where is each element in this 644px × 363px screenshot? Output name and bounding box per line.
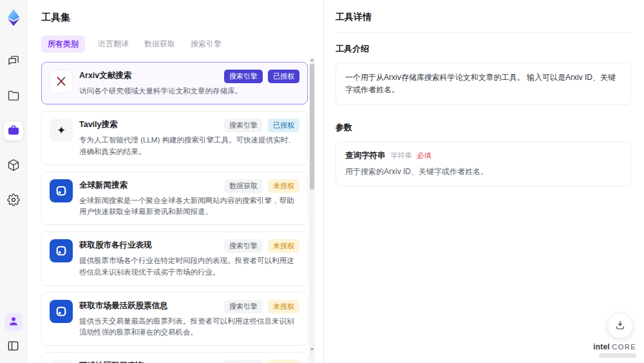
scrollbar[interactable]: ▲ ▼ (309, 57, 315, 363)
q-news-icon (50, 239, 73, 262)
category-badge: 搜索引擎 (224, 70, 263, 83)
intel-wordmark: intel (593, 342, 610, 351)
category-badge: 搜索引擎 (224, 300, 263, 313)
param-head: 查询字符串 字符串 必填 (345, 150, 621, 161)
tool-name: Tavily搜索 (79, 119, 118, 130)
auth-status-badge: 已授权 (268, 119, 299, 132)
page-title: 工具集 (41, 12, 323, 24)
tab-2[interactable]: 数据获取 (142, 35, 178, 53)
param-description: 用于搜索的Arxiv ID、关键字或作者姓名。 (345, 166, 621, 177)
sidebar-nav (4, 52, 23, 210)
tool-name: 获取股市各行业表现 (79, 239, 152, 251)
download-button[interactable] (607, 313, 633, 338)
tool-description: 专为人工智能代理 (LLM) 构建的搜索引擎工具。可快速提供实时、准确和真实的结… (79, 135, 299, 157)
sidebar-item-packages[interactable] (4, 156, 23, 175)
chat-icon (7, 54, 20, 69)
sidebar-item-files[interactable] (4, 86, 23, 106)
gear-icon (7, 193, 20, 208)
auth-status-badge: 未授权 (268, 179, 299, 193)
tool-description: 访问各个研究领域大量科学论文和文章的存储库。 (79, 86, 299, 97)
sidebar-bottom (5, 313, 23, 354)
tool-card[interactable]: ✦Tavily搜索搜索引擎已授权专为人工智能代理 (LLM) 构建的搜索引擎工具… (41, 111, 308, 165)
category-badge: 数据获取 (224, 179, 263, 193)
newspaper-icon (50, 360, 73, 363)
user-icon (8, 315, 19, 329)
q-news-icon (50, 179, 73, 202)
tool-cards: Arxiv文献搜索搜索引擎已授权访问各个研究领域大量科学论文和文章的存储库。✦T… (41, 62, 308, 363)
tool-detail-panel: 工具详情 工具介绍 一个用于从Arxiv存储库搜索科学论文和文章的工具。 输入可… (324, 0, 644, 363)
scrollbar-thumb[interactable] (310, 64, 314, 190)
tab-1[interactable]: 语言翻译 (95, 35, 131, 53)
tool-name: Arxiv文献搜索 (79, 70, 131, 81)
intel-core-logo: intel CORE (593, 342, 636, 358)
intro-heading: 工具介绍 (336, 43, 631, 55)
sidebar (0, 0, 27, 363)
param-card: 查询字符串 字符串 必填 用于搜索的Arxiv ID、关键字或作者姓名。 (336, 141, 631, 186)
tool-description: 提供股票市场各个行业在特定时间段内的表现。投资者可以利用这些信息来识别表现优于或… (79, 255, 299, 278)
param-type: 字符串 (391, 151, 412, 161)
tool-card[interactable]: Arxiv文献搜索搜索引擎已授权访问各个研究领域大量科学论文和文章的存储库。 (41, 62, 308, 104)
tab-0[interactable]: 所有类别 (41, 35, 85, 53)
tool-card[interactable]: 全球新闻搜索数据获取未授权全球新闻搜索是一个聚合全球各大新闻网站内容的搜索引擎，… (41, 172, 308, 226)
folder-icon (7, 89, 20, 104)
app-logo-gem (4, 8, 23, 27)
auth-status-badge: 未授权 (268, 360, 299, 363)
auth-status-badge: 未授权 (268, 300, 299, 313)
tool-card[interactable]: 获取股市各行业表现搜索引擎未授权提供股票市场各个行业在特定时间段内的表现。投资者… (41, 231, 308, 286)
scrollbar-down-arrow[interactable]: ▼ (309, 346, 315, 353)
auth-status-badge: 未授权 (268, 239, 299, 253)
intro-text: 一个用于从Arxiv存储库搜索科学论文和文章的工具。 输入可以是Arxiv ID… (336, 63, 631, 105)
user-avatar-button[interactable] (5, 313, 23, 331)
core-wordmark: CORE (612, 343, 636, 351)
auth-status-badge: 已授权 (268, 70, 299, 83)
panel-toggle-button[interactable] (7, 340, 19, 354)
tool-name: 万维地区新闻查询 (79, 360, 144, 363)
app-window: 工具集 所有类别语言翻译数据获取搜索引擎 Arxiv文献搜索搜索引擎已授权访问各… (0, 0, 644, 363)
download-icon (614, 319, 626, 333)
category-badge: 搜索引擎 (224, 119, 263, 132)
tool-description: 提供当天交易量最高的股票列表。投资者可以利用这些信息来识别流动性强的股票和潜在的… (79, 316, 299, 338)
scrollbar-up-arrow[interactable]: ▲ (309, 57, 315, 63)
sidebar-item-toolbox[interactable] (4, 121, 23, 141)
tavily-star-icon: ✦ (50, 119, 73, 142)
category-badge: 搜索引擎 (224, 239, 263, 253)
cube-icon (7, 159, 20, 173)
sidebar-item-settings[interactable] (4, 191, 23, 210)
tool-card[interactable]: 获取市场最活跃股票信息搜索引擎未授权提供当天交易量最高的股票列表。投资者可以利用… (41, 292, 308, 346)
tool-description: 全球新闻搜索是一个聚合全球各大新闻网站内容的搜索引擎，帮助用户快速获取全球最新资… (79, 195, 299, 218)
params-heading: 参数 (336, 122, 631, 133)
detail-title: 工具详情 (336, 12, 631, 33)
param-name: 查询字符串 (345, 150, 386, 161)
toolbox-icon (7, 124, 20, 139)
category-badge: 搜索引擎 (224, 360, 263, 363)
tab-3[interactable]: 搜索引擎 (188, 35, 224, 53)
param-required-badge: 必填 (417, 151, 431, 161)
q-news-icon (50, 300, 73, 323)
intel-watermark-bar (599, 353, 636, 358)
panel-toggle-icon (7, 344, 19, 354)
tool-list-panel: 工具集 所有类别语言翻译数据获取搜索引擎 Arxiv文献搜索搜索引擎已授权访问各… (27, 0, 324, 363)
tool-card[interactable]: 万维地区新闻查询搜索引擎未授权查询具体行政区划内的新闻，快速了解各地新闻动 (41, 352, 308, 363)
tool-name: 全球新闻搜索 (79, 179, 128, 191)
sidebar-item-chat[interactable] (4, 52, 23, 71)
arxiv-x-icon (50, 70, 73, 93)
tool-name: 获取市场最活跃股票信息 (79, 300, 168, 311)
category-tabs: 所有类别语言翻译数据获取搜索引擎 (41, 35, 323, 53)
